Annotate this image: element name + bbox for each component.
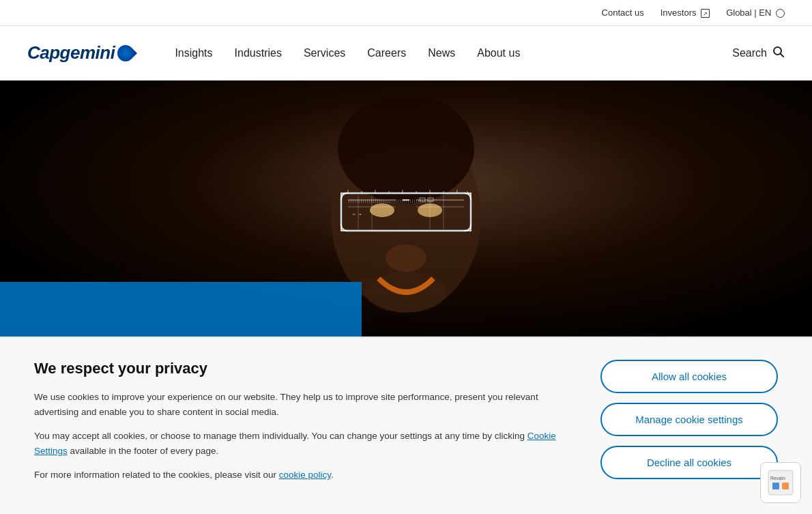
cookie-policy-link[interactable]: cookie policy xyxy=(279,470,331,480)
global-lang-link[interactable]: Global | EN xyxy=(726,8,785,18)
investors-link[interactable]: Investors ↗ xyxy=(661,8,710,18)
nav-item-careers[interactable]: Careers xyxy=(367,44,406,62)
cookie-desc-2-post: available in the footer of every page. xyxy=(68,446,218,456)
logo-icon xyxy=(114,42,137,65)
nav-items: Insights Industries Services Careers New… xyxy=(175,44,732,62)
cookie-desc-3-pre: For more information related to the cook… xyxy=(34,470,279,480)
nav-item-about-us[interactable]: About us xyxy=(477,44,520,62)
cookie-desc-2-pre: You may accept all cookies, or choose to… xyxy=(34,431,527,441)
svg-line-1 xyxy=(781,53,784,57)
hero-blue-strip xyxy=(0,282,362,337)
cookie-title: We respect your privacy xyxy=(34,360,560,377)
svg-text:← →: ← → xyxy=(353,212,362,217)
nav-item-insights[interactable]: Insights xyxy=(175,44,212,62)
cookie-banner: We respect your privacy We use cookies t… xyxy=(0,337,812,514)
nav-item-services[interactable]: Services xyxy=(304,44,345,62)
revain-badge[interactable]: Revain xyxy=(760,462,801,503)
search-icon xyxy=(772,46,785,61)
svg-rect-33 xyxy=(768,470,793,495)
external-link-icon: ↗ xyxy=(701,9,710,18)
svg-point-3 xyxy=(338,94,474,203)
svg-point-20 xyxy=(386,244,426,272)
cookie-desc-3: For more information related to the cook… xyxy=(34,468,560,483)
svg-text:Revain: Revain xyxy=(770,476,785,481)
cookie-desc-2: You may accept all cookies, or choose to… xyxy=(34,429,560,458)
manage-cookie-settings-button[interactable]: Manage cookie settings xyxy=(600,403,778,436)
svg-rect-35 xyxy=(772,483,779,489)
cookie-desc-1: We use cookies to improve your experienc… xyxy=(34,390,560,419)
cookie-text-area: We respect your privacy We use cookies t… xyxy=(34,360,560,492)
svg-point-4 xyxy=(370,203,394,217)
top-bar: Contact us Investors ↗ Global | EN xyxy=(0,0,812,26)
decline-all-cookies-button[interactable]: Decline all cookies xyxy=(600,446,778,479)
search-label: Search xyxy=(732,47,767,59)
main-nav: Capgemini Insights Industries Services C… xyxy=(0,26,812,81)
nav-item-industries[interactable]: Industries xyxy=(235,44,282,62)
search-button[interactable]: Search xyxy=(732,46,785,61)
hero-section: ||||||||||||||||||||||||||||||||||||||||… xyxy=(0,81,812,337)
cookie-buttons: Allow all cookies Manage cookie settings… xyxy=(600,360,778,479)
allow-all-cookies-button[interactable]: Allow all cookies xyxy=(600,360,778,393)
logo[interactable]: Capgemini xyxy=(27,42,134,63)
contact-us-link[interactable]: Contact us xyxy=(602,8,644,18)
nav-item-news[interactable]: News xyxy=(428,44,455,62)
svg-rect-36 xyxy=(782,483,789,489)
globe-icon xyxy=(776,9,785,18)
logo-text: Capgemini xyxy=(27,42,115,63)
cookie-desc-3-post: . xyxy=(331,470,334,480)
